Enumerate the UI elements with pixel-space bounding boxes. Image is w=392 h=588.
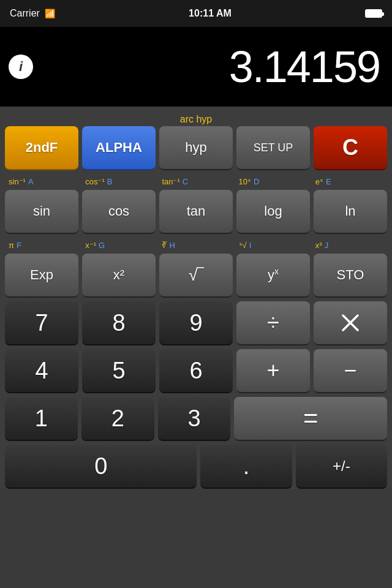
xroot-label-cell: ˣ√ I	[236, 238, 309, 252]
calculator-body: arc hyp 2ndF ALPHA hyp SET UP C sin⁻¹ A …	[0, 107, 392, 489]
minus-button[interactable]: −	[314, 349, 387, 393]
arc-hyp-label: arc hyp	[180, 114, 212, 124]
dot-button[interactable]: .	[200, 445, 292, 489]
tenx-label-cell: 10ˣ D	[236, 174, 309, 189]
info-icon: i	[19, 59, 23, 75]
numpad-row-456: 4 5 6 + −	[5, 349, 387, 393]
xinv-label-cell: x⁻¹ G	[83, 238, 156, 252]
btn-1[interactable]: 1	[5, 397, 78, 441]
btn-3[interactable]: 3	[158, 397, 231, 441]
setup-button[interactable]: SET UP	[236, 126, 310, 170]
cos-inv-label-cell: cos⁻¹ B	[83, 174, 156, 189]
xcube-label-cell: x³ J	[313, 238, 386, 252]
btn-8[interactable]: 8	[82, 301, 156, 345]
xroot-label: ˣ√	[239, 241, 247, 250]
numpad-row-0: 0 . +/-	[5, 445, 387, 489]
pi-label: π	[9, 241, 14, 250]
math-button-row: Exp x² √‾ yx STO	[5, 254, 387, 298]
letter-h-label: H	[169, 241, 175, 250]
tenx-label: 10ˣ	[239, 177, 251, 186]
status-bar: Carrier 📶 10:11 AM	[0, 0, 392, 27]
sto-button[interactable]: STO	[314, 254, 387, 298]
display: i 3.14159	[0, 27, 392, 107]
equals-button[interactable]: =	[234, 397, 387, 441]
log-button[interactable]: log	[236, 190, 310, 234]
letter-c-label: C	[183, 177, 188, 186]
carrier-label: Carrier	[10, 8, 40, 19]
2ndf-button[interactable]: 2ndF	[5, 126, 78, 170]
numpad-row-123: 1 2 3 =	[5, 397, 387, 441]
btn-4[interactable]: 4	[5, 349, 78, 393]
letter-f-label: F	[17, 241, 21, 250]
time-label: 10:11 AM	[189, 8, 232, 19]
sin-inv-label-cell: sin⁻¹ A	[6, 174, 79, 189]
xsquared-button[interactable]: x²	[82, 254, 156, 298]
cuberoot-label: ∛	[162, 241, 167, 250]
letter-i-label: I	[249, 241, 252, 250]
arc-hyp-row: arc hyp	[5, 111, 387, 126]
letter-b-label: B	[107, 177, 113, 186]
btn-6[interactable]: 6	[159, 349, 233, 393]
pi-label-cell: π F	[6, 238, 79, 252]
yx-button[interactable]: yx	[236, 254, 310, 298]
cos-inv-label: cos⁻¹	[85, 177, 105, 186]
btn-9[interactable]: 9	[159, 301, 233, 345]
xinv-label: x⁻¹	[85, 241, 96, 250]
btn-7[interactable]: 7	[5, 301, 78, 345]
letter-a-label: A	[28, 177, 34, 186]
letter-e-label: E	[326, 177, 331, 186]
btn-2[interactable]: 2	[81, 397, 154, 441]
ln-button[interactable]: ln	[314, 190, 387, 234]
tan-inv-label-cell: tan⁻¹ C	[159, 174, 232, 189]
btn-0[interactable]: 0	[5, 445, 197, 489]
math-label-row: π F x⁻¹ G ∛ H ˣ√ I x³ J	[5, 238, 387, 252]
xsquared-label: x²	[113, 267, 124, 283]
function-row-1: 2ndF ALPHA hyp SET UP C	[5, 126, 387, 170]
exp-button[interactable]: Exp	[5, 254, 78, 298]
plus-minus-button[interactable]: +/-	[296, 445, 387, 489]
alpha-button[interactable]: ALPHA	[82, 126, 156, 170]
wifi-icon: 📶	[45, 9, 55, 18]
tan-button[interactable]: tan	[159, 190, 233, 234]
multiply-button[interactable]	[314, 301, 387, 345]
xcube-label: x³	[315, 241, 322, 250]
sin-button[interactable]: sin	[5, 190, 78, 234]
cuberoot-label-cell: ∛ H	[159, 238, 232, 252]
letter-j-label: J	[325, 241, 329, 250]
plus-button[interactable]: +	[236, 349, 310, 393]
hyp-button[interactable]: hyp	[159, 126, 233, 170]
display-value: 3.14159	[229, 42, 380, 92]
ex-label-cell: eˣ E	[313, 174, 386, 189]
multiply-icon	[339, 312, 361, 334]
tan-inv-label: tan⁻¹	[162, 177, 179, 186]
divide-button[interactable]: ÷	[236, 301, 310, 345]
sqrt-button[interactable]: √‾	[159, 254, 233, 298]
clear-button[interactable]: C	[314, 126, 387, 170]
sin-inv-label: sin⁻¹	[9, 177, 26, 186]
letter-g-label: G	[99, 241, 105, 250]
trig-button-row: sin cos tan log ln	[5, 190, 387, 234]
numpad-row-789: 7 8 9 ÷	[5, 301, 387, 345]
sqrt-icon: √‾	[189, 265, 204, 285]
cos-button[interactable]: cos	[82, 190, 156, 234]
letter-d-label: D	[254, 177, 259, 186]
trig-label-row: sin⁻¹ A cos⁻¹ B tan⁻¹ C 10ˣ D eˣ E	[5, 174, 387, 189]
yx-label: yx	[268, 266, 279, 283]
info-button[interactable]: i	[9, 55, 33, 79]
ex-label: eˣ	[315, 177, 323, 186]
battery-icon	[365, 9, 382, 18]
btn-5[interactable]: 5	[82, 349, 156, 393]
